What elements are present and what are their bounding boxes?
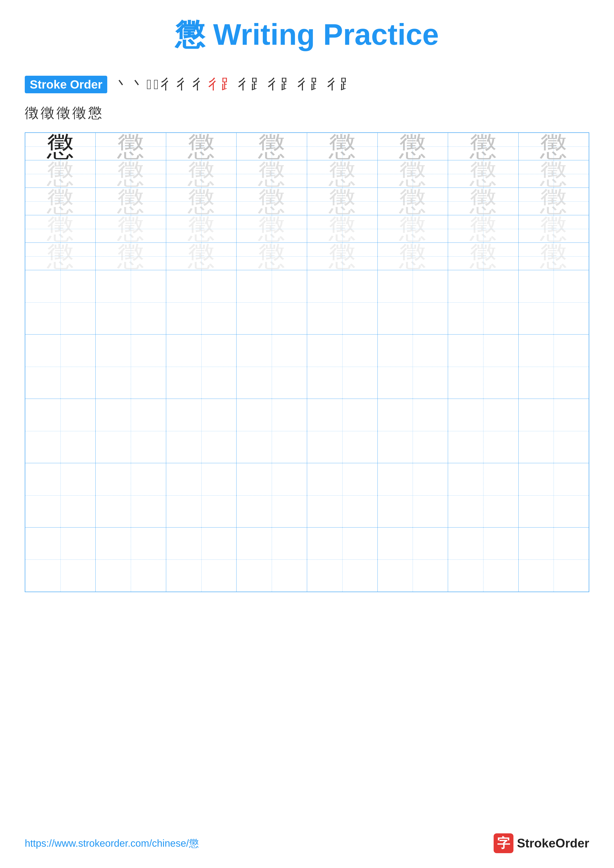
char-faint: 懲 <box>188 243 215 270</box>
empty-cell[interactable] <box>96 270 166 335</box>
empty-cell[interactable] <box>448 335 519 399</box>
empty-cell[interactable] <box>236 399 307 463</box>
cell-inner <box>166 527 236 592</box>
empty-cell[interactable] <box>236 270 307 335</box>
cell-inner: 懲 <box>307 188 378 215</box>
practice-row-9-empty[interactable] <box>25 463 589 527</box>
stroke-sequence-row2: 徴 徵 徵 徵 懲 <box>25 104 589 122</box>
empty-cell[interactable] <box>166 527 236 592</box>
practice-cell: 懲 <box>518 133 589 160</box>
practice-cell: 懲 <box>378 133 448 160</box>
empty-cell[interactable] <box>378 270 448 335</box>
empty-cell[interactable] <box>448 527 519 592</box>
cell-inner: 懲 <box>378 243 448 270</box>
practice-cell: 懲 <box>96 188 166 215</box>
practice-row-8-empty[interactable] <box>25 399 589 463</box>
logo-icon: 字 <box>494 833 513 853</box>
empty-cell[interactable] <box>448 463 519 527</box>
empty-cell[interactable] <box>307 399 378 463</box>
practice-cell: 懲 <box>448 188 519 215</box>
empty-cell[interactable] <box>518 270 589 335</box>
empty-cell[interactable] <box>518 399 589 463</box>
empty-cell[interactable] <box>166 335 236 399</box>
cell-inner: 懲 <box>96 188 166 215</box>
cell-inner: 懲 <box>519 160 589 188</box>
cell-inner: 懲 <box>166 188 236 215</box>
cell-inner <box>519 335 589 398</box>
empty-cell[interactable] <box>25 335 96 399</box>
empty-cell[interactable] <box>378 399 448 463</box>
char-faint: 懲 <box>540 243 567 270</box>
empty-cell[interactable] <box>25 527 96 592</box>
empty-cell[interactable] <box>307 463 378 527</box>
practice-cell: 懲 <box>166 188 236 215</box>
empty-cell[interactable] <box>25 270 96 335</box>
empty-cell[interactable] <box>236 335 307 399</box>
cell-inner <box>307 270 378 334</box>
empty-cell[interactable] <box>96 335 166 399</box>
cell-inner: 懲 <box>25 215 95 242</box>
char-faint: 懲 <box>117 133 145 160</box>
cell-inner: 懲 <box>166 243 236 270</box>
empty-cell[interactable] <box>25 463 96 527</box>
cell-inner <box>25 463 95 527</box>
empty-cell[interactable] <box>96 463 166 527</box>
empty-cell[interactable] <box>518 527 589 592</box>
cell-inner: 懲 <box>25 243 95 270</box>
empty-cell[interactable] <box>307 270 378 335</box>
stroke-s10: 彳⻊ <box>267 75 295 94</box>
char-faint: 懲 <box>469 160 497 188</box>
char-faint: 懲 <box>117 160 145 188</box>
cell-inner: 懲 <box>96 133 166 160</box>
empty-cell[interactable] <box>25 399 96 463</box>
page-title: 懲 Writing Practice <box>25 15 589 55</box>
empty-cell[interactable] <box>378 527 448 592</box>
cell-inner <box>166 463 236 527</box>
practice-cell: 懲 <box>166 160 236 188</box>
practice-row-7-empty[interactable] <box>25 335 589 399</box>
practice-row-10-empty[interactable] <box>25 527 589 592</box>
cell-inner <box>236 270 307 334</box>
char-faint: 懲 <box>329 243 356 270</box>
empty-cell[interactable] <box>236 527 307 592</box>
practice-cell: 懲 <box>96 215 166 243</box>
practice-cell: 懲 <box>96 160 166 188</box>
cell-inner <box>378 270 448 334</box>
cell-inner: 懲 <box>519 188 589 215</box>
cell-inner <box>519 463 589 527</box>
empty-cell[interactable] <box>378 463 448 527</box>
empty-cell[interactable] <box>307 527 378 592</box>
cell-inner: 懲 <box>519 133 589 160</box>
practice-cell: 懲 <box>518 243 589 270</box>
empty-cell[interactable] <box>166 399 236 463</box>
stroke-s13: 徴 <box>25 104 39 122</box>
empty-cell[interactable] <box>448 270 519 335</box>
footer-url[interactable]: https://www.strokeorder.com/chinese/懲 <box>25 837 199 850</box>
empty-cell[interactable] <box>236 463 307 527</box>
empty-cell[interactable] <box>518 463 589 527</box>
cell-inner: 懲 <box>236 243 307 270</box>
char-faint: 懲 <box>47 243 74 270</box>
empty-cell[interactable] <box>307 335 378 399</box>
char-faint: 懲 <box>329 215 356 242</box>
cell-inner: 懲 <box>25 133 95 160</box>
cell-inner <box>448 399 518 463</box>
empty-cell[interactable] <box>96 527 166 592</box>
cell-inner: 懲 <box>378 160 448 188</box>
empty-cell[interactable] <box>448 399 519 463</box>
empty-cell[interactable] <box>166 270 236 335</box>
empty-cell[interactable] <box>96 399 166 463</box>
cell-inner: 懲 <box>166 160 236 188</box>
char-faint: 懲 <box>188 160 215 188</box>
cell-inner: 懲 <box>448 215 518 242</box>
empty-cell[interactable] <box>518 335 589 399</box>
cell-inner <box>519 399 589 463</box>
stroke-s1: ⼂ <box>115 75 129 94</box>
empty-cell[interactable] <box>378 335 448 399</box>
cell-inner <box>307 463 378 527</box>
empty-cell[interactable] <box>166 463 236 527</box>
cell-inner <box>378 527 448 592</box>
logo-text: StrokeOrder <box>517 836 589 851</box>
practice-row-6-empty[interactable] <box>25 270 589 335</box>
char-faint: 懲 <box>540 133 567 160</box>
